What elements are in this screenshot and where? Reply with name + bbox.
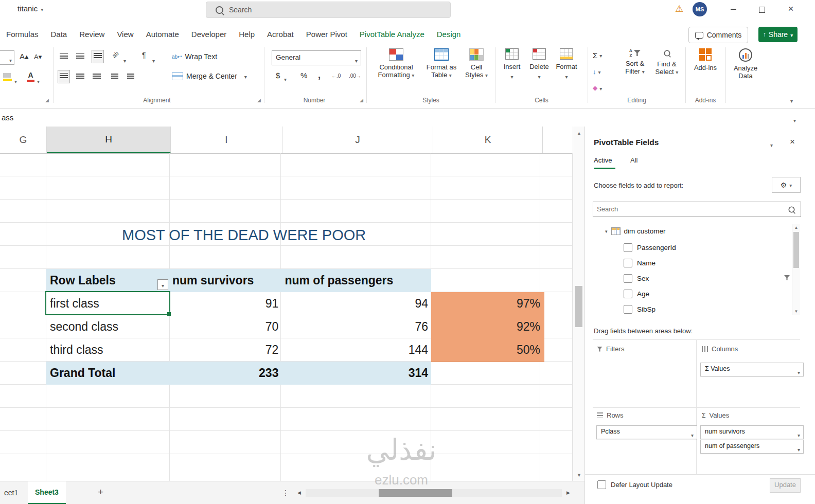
conditional-formatting-button[interactable]: Conditional Formatting bbox=[371, 48, 421, 79]
horizontal-scrollbar[interactable]: ◀ ▶ bbox=[297, 489, 570, 497]
show-paragraph-button[interactable]: ¶ bbox=[142, 51, 146, 59]
analyze-data-button[interactable]: Analyze Data bbox=[730, 48, 761, 80]
sort-filter-button[interactable]: AZ Sort & Filter bbox=[619, 48, 650, 75]
field-list-scroll-thumb[interactable] bbox=[793, 232, 799, 268]
avatar[interactable]: MS bbox=[693, 2, 707, 16]
column-header-i[interactable]: I bbox=[171, 127, 282, 153]
tab-automate[interactable]: Automate bbox=[140, 30, 185, 39]
grand-total-passengers[interactable]: 314 bbox=[281, 362, 431, 385]
scroll-right-arrow[interactable]: ▶ bbox=[566, 490, 570, 495]
values-field-chip[interactable]: num of passengers bbox=[700, 440, 804, 454]
alignment-dialog-launcher[interactable]: ◢ bbox=[257, 98, 261, 103]
format-cells-button[interactable]: Format bbox=[554, 48, 579, 81]
warning-icon[interactable]: ⚠ bbox=[675, 3, 683, 14]
tab-developer[interactable]: Developer bbox=[185, 30, 233, 39]
pivot-cell-label[interactable]: second class bbox=[46, 315, 170, 338]
values-field-chip[interactable]: num survivors bbox=[700, 425, 804, 439]
new-sheet-button[interactable]: + bbox=[94, 481, 108, 504]
align-left-button[interactable] bbox=[58, 70, 70, 83]
sheet-grid[interactable]: MOST OF THE DEAD WERE POOR Row Labels nu… bbox=[0, 153, 573, 481]
tab-power-pivot[interactable]: Power Pivot bbox=[300, 30, 353, 39]
field-table-dim-customer[interactable]: ▾ dim customer bbox=[605, 227, 666, 235]
align-right-button[interactable] bbox=[93, 73, 101, 82]
column-header-k[interactable]: K bbox=[433, 127, 543, 153]
clear-button[interactable]: ◆ bbox=[593, 83, 602, 93]
tab-formulas[interactable]: Formulas bbox=[0, 30, 45, 39]
vertical-scroll-thumb[interactable] bbox=[575, 286, 582, 327]
grand-total-survivors[interactable]: 233 bbox=[170, 362, 282, 385]
pivot-header-survivors[interactable]: num survivors bbox=[170, 269, 281, 292]
rows-field-chip[interactable]: Pclass bbox=[596, 425, 697, 439]
format-as-table-button[interactable]: Format as Table bbox=[422, 48, 461, 79]
active-cell-selection[interactable] bbox=[45, 291, 170, 315]
column-header-g[interactable]: G bbox=[0, 127, 47, 153]
field-item-sibsp[interactable]: SibSp bbox=[624, 305, 655, 314]
pivot-cell-label[interactable]: third class bbox=[46, 338, 170, 362]
field-item-passengerid[interactable]: PassengerId bbox=[624, 243, 676, 252]
decrease-font-size-button[interactable]: A▾ bbox=[34, 53, 42, 61]
pivot-cell-survivors[interactable]: 91 bbox=[170, 292, 282, 315]
tab-acrobat[interactable]: Acrobat bbox=[261, 30, 300, 39]
font-dialog-launcher[interactable]: ◢ bbox=[45, 98, 49, 103]
rate-cell[interactable]: 92% bbox=[431, 315, 544, 339]
sheet-tab-sheet3[interactable]: Sheet3 bbox=[28, 481, 66, 504]
checkbox[interactable] bbox=[624, 259, 632, 267]
chevron-down-icon[interactable] bbox=[37, 76, 40, 85]
find-select-button[interactable]: Find & Select bbox=[651, 49, 682, 76]
vertical-scrollbar[interactable]: ▲ ▼ bbox=[573, 127, 585, 481]
filters-area-dropzone[interactable] bbox=[593, 357, 696, 407]
search-box[interactable]: Search bbox=[206, 2, 451, 18]
defer-checkbox[interactable] bbox=[597, 480, 606, 489]
insert-cells-button[interactable]: Insert bbox=[499, 48, 525, 81]
pivot-cell-survivors[interactable]: 70 bbox=[170, 315, 282, 338]
rate-cell[interactable]: 50% bbox=[431, 338, 544, 362]
percent-style-button[interactable]: % bbox=[300, 71, 307, 80]
tab-data[interactable]: Data bbox=[45, 30, 74, 39]
close-button[interactable]: × bbox=[779, 0, 803, 19]
sheet-title-cell[interactable]: MOST OF THE DEAD WERE POOR bbox=[122, 224, 366, 247]
sheet-tab-sheet1[interactable]: eet1 bbox=[0, 481, 22, 504]
panel-options-icon[interactable] bbox=[770, 141, 773, 149]
align-center-button[interactable] bbox=[76, 73, 84, 82]
autosum-button[interactable]: Σ bbox=[593, 50, 602, 60]
maximize-button[interactable] bbox=[750, 0, 774, 19]
wrap-text-button[interactable]: ab↩ Wrap Text bbox=[172, 52, 217, 61]
decrease-decimal-button[interactable]: .00→ bbox=[349, 73, 361, 79]
panel-tab-all[interactable]: All bbox=[630, 156, 637, 164]
merge-center-button[interactable]: Merge & Center bbox=[172, 71, 247, 81]
pivot-cell-survivors[interactable]: 72 bbox=[170, 338, 282, 362]
field-item-age[interactable]: Age bbox=[624, 290, 649, 298]
number-dialog-launcher[interactable]: ◢ bbox=[360, 98, 363, 103]
delete-cells-button[interactable]: Delete bbox=[526, 48, 552, 81]
minimize-button[interactable] bbox=[721, 0, 745, 19]
decrease-indent-button[interactable] bbox=[111, 73, 118, 82]
workbook-title[interactable]: titanic bbox=[17, 4, 43, 13]
pivot-cell-passengers[interactable]: 76 bbox=[281, 315, 431, 338]
formula-bar-expand-icon[interactable] bbox=[793, 115, 796, 124]
pivot-cell-passengers[interactable]: 94 bbox=[281, 292, 431, 315]
defer-layout-update[interactable]: Defer Layout Update bbox=[597, 480, 672, 489]
scroll-down-arrow[interactable]: ▼ bbox=[792, 309, 800, 314]
checkbox[interactable] bbox=[624, 305, 632, 314]
panel-tab-active[interactable]: Active bbox=[594, 156, 612, 164]
checkbox[interactable] bbox=[624, 290, 632, 298]
fields-search-box[interactable]: Search bbox=[593, 202, 801, 217]
horizontal-scroll-thumb[interactable] bbox=[379, 489, 452, 497]
scroll-down-arrow[interactable]: ▼ bbox=[573, 473, 585, 478]
columns-field-chip[interactable]: Σ Values bbox=[700, 363, 804, 376]
checkbox[interactable] bbox=[624, 243, 632, 252]
chevron-down-icon[interactable] bbox=[123, 56, 126, 65]
field-item-sex[interactable]: Sex bbox=[624, 274, 649, 283]
number-format-select[interactable]: General bbox=[272, 50, 361, 65]
rate-cell[interactable]: 97% bbox=[431, 292, 544, 316]
accounting-format-button[interactable]: $ bbox=[276, 71, 280, 80]
scroll-up-arrow[interactable]: ▲ bbox=[792, 225, 800, 230]
column-header-j[interactable]: J bbox=[282, 127, 433, 153]
tab-overflow-menu[interactable]: ⋮ bbox=[282, 481, 289, 504]
chevron-down-icon[interactable] bbox=[284, 74, 287, 83]
scroll-left-arrow[interactable]: ◀ bbox=[297, 490, 301, 495]
checkbox[interactable] bbox=[624, 274, 632, 283]
addins-button[interactable]: Add-ins bbox=[689, 48, 721, 71]
chevron-down-icon[interactable] bbox=[14, 76, 17, 85]
fill-button[interactable]: ↓ bbox=[593, 67, 601, 76]
